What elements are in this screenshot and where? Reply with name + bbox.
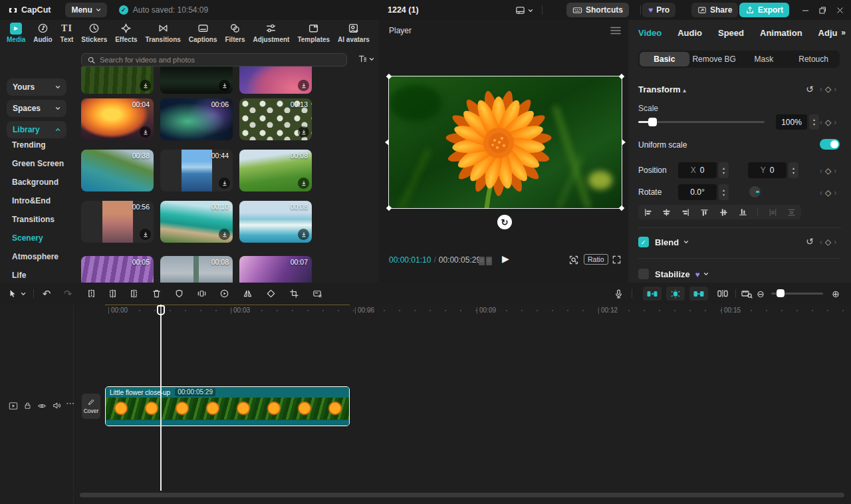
- media-item-ocean-waves[interactable]: 00:08: [239, 201, 312, 243]
- tab-effects[interactable]: Effects: [115, 23, 137, 43]
- download-icon[interactable]: [140, 229, 151, 240]
- keyframe-controls[interactable]: ‹◇›: [820, 188, 836, 197]
- close-button[interactable]: [831, 0, 848, 20]
- tab-filters[interactable]: Filters: [225, 23, 245, 43]
- tab-animation[interactable]: Animation: [760, 28, 802, 38]
- media-item-dusk-beach[interactable]: 00:56: [81, 201, 154, 243]
- horizontal-scrollbar[interactable]: [80, 493, 844, 497]
- redo-button[interactable]: ↷: [61, 283, 74, 305]
- record-voiceover-icon[interactable]: [612, 283, 625, 305]
- export-button[interactable]: Export: [739, 3, 789, 17]
- media-item-forest[interactable]: [81, 66, 154, 94]
- tab-audio-settings[interactable]: Audio: [677, 28, 702, 38]
- delete-left-button[interactable]: [106, 283, 119, 305]
- menu-button[interactable]: Menu: [65, 3, 106, 17]
- lock-track-icon[interactable]: [23, 401, 32, 410]
- subtab-remove-bg[interactable]: Remove BG: [689, 52, 739, 66]
- ratio-button[interactable]: Ratio: [584, 254, 608, 265]
- download-icon[interactable]: [140, 126, 151, 138]
- align-top-icon[interactable]: [700, 208, 709, 217]
- tab-video[interactable]: Video: [638, 28, 662, 38]
- media-item-night-sky[interactable]: 00:07: [239, 256, 312, 283]
- resize-handle-w[interactable]: [385, 139, 389, 146]
- delete-right-button[interactable]: [127, 283, 140, 305]
- share-button[interactable]: Share: [691, 3, 738, 17]
- adapt-timeline-icon[interactable]: [739, 283, 754, 305]
- tab-adjustment[interactable]: Adjustment: [253, 23, 289, 43]
- preview-pages-icon[interactable]: [479, 257, 493, 265]
- download-icon[interactable]: [219, 80, 230, 91]
- tab-text[interactable]: TI Text: [61, 23, 74, 43]
- download-icon[interactable]: [298, 80, 309, 91]
- timeline-zoom-slider[interactable]: [771, 293, 823, 295]
- media-item-lavender[interactable]: 00:05: [81, 256, 154, 283]
- zoom-in-icon[interactable]: ⊕: [830, 283, 842, 305]
- download-icon[interactable]: [219, 178, 230, 189]
- media-item-tropical-beach[interactable]: 00:10: [160, 201, 233, 243]
- playhead-line[interactable]: [160, 305, 162, 491]
- stabilize-checkbox[interactable]: [638, 269, 649, 279]
- scale-stepper[interactable]: ▴▾: [809, 114, 819, 130]
- download-icon[interactable]: [298, 229, 309, 240]
- media-item-aurora[interactable]: 00:06: [160, 98, 233, 140]
- minimize-button[interactable]: [796, 0, 814, 20]
- select-tool-chevron-icon[interactable]: [19, 283, 28, 305]
- playhead-handle[interactable]: [157, 305, 165, 315]
- mask-button[interactable]: [172, 283, 185, 305]
- split-button[interactable]: [84, 283, 98, 305]
- sidebar-group-yours[interactable]: Yours: [7, 78, 66, 96]
- sidebar-item-background[interactable]: Background: [12, 178, 59, 187]
- sidebar-group-library[interactable]: Library: [7, 121, 66, 138]
- resize-handle-se[interactable]: [619, 205, 624, 211]
- overlay-button[interactable]: [195, 283, 208, 305]
- auto-ripple-toggle[interactable]: [643, 287, 662, 301]
- caption-remove-button[interactable]: [310, 283, 325, 305]
- subtab-retouch[interactable]: Retouch: [789, 52, 838, 66]
- sidebar-item-life[interactable]: Life: [12, 271, 26, 280]
- undo-button[interactable]: ↶: [40, 283, 53, 305]
- blend-checkbox[interactable]: ✓: [638, 237, 649, 247]
- position-y-field[interactable]: Y 0: [748, 162, 787, 178]
- keyframe-controls[interactable]: ‹◇›: [820, 166, 836, 176]
- link-clips-toggle[interactable]: [689, 287, 708, 301]
- preview-quality-icon[interactable]: [568, 255, 579, 265]
- filter-button[interactable]: [358, 54, 374, 64]
- preview-snap-icon[interactable]: [715, 283, 730, 305]
- preview-canvas[interactable]: [389, 76, 622, 208]
- magnetic-snap-toggle[interactable]: [666, 287, 685, 301]
- sidebar-item-atmosphere[interactable]: Atmosphere: [12, 252, 59, 261]
- align-left-icon[interactable]: [644, 208, 652, 217]
- align-right-icon[interactable]: [681, 208, 690, 217]
- tab-stickers[interactable]: Stickers: [81, 23, 107, 43]
- download-icon[interactable]: [298, 126, 309, 138]
- rotate-value-field[interactable]: 0.0°: [678, 184, 717, 200]
- search-input[interactable]: Search for videos and photos: [81, 53, 347, 66]
- rotate-clip-button[interactable]: [264, 283, 277, 305]
- tab-captions[interactable]: Captions: [189, 23, 217, 43]
- restore-button[interactable]: [814, 0, 831, 20]
- sidebar-item-intro-end[interactable]: Intro&End: [12, 196, 51, 205]
- workspace-layout-button[interactable]: [515, 5, 533, 15]
- scale-value-field[interactable]: 100%: [776, 114, 807, 130]
- scale-slider-thumb[interactable]: [648, 118, 657, 126]
- rotate-dial[interactable]: [749, 186, 761, 197]
- keyframe-controls[interactable]: ‹◇›: [820, 84, 836, 94]
- reset-transform-icon[interactable]: ↺: [806, 84, 814, 94]
- media-item-mountain-lake[interactable]: 00:44: [160, 150, 233, 191]
- media-item-dandelions[interactable]: 00:13: [239, 98, 312, 140]
- zoom-out-icon[interactable]: ⊖: [755, 283, 767, 305]
- align-center-vertical-icon[interactable]: [719, 208, 728, 217]
- position-x-stepper[interactable]: ▴▾: [719, 162, 729, 178]
- transform-header[interactable]: Transform ▴: [638, 84, 686, 94]
- rotate-handle[interactable]: ↻: [497, 215, 512, 229]
- align-center-horizontal-icon[interactable]: [662, 208, 671, 217]
- speed-button[interactable]: [217, 283, 231, 305]
- tab-media[interactable]: ▶ Media: [7, 23, 25, 43]
- blend-header[interactable]: Blend: [655, 237, 689, 247]
- zoom-slider-thumb[interactable]: [777, 289, 785, 297]
- reset-blend-icon[interactable]: ↺: [806, 236, 814, 247]
- media-item-night-lake[interactable]: [160, 66, 233, 94]
- media-item-green-hills[interactable]: 00:08: [239, 150, 312, 191]
- tab-templates[interactable]: Templates: [297, 23, 330, 43]
- fullscreen-icon[interactable]: [612, 255, 622, 265]
